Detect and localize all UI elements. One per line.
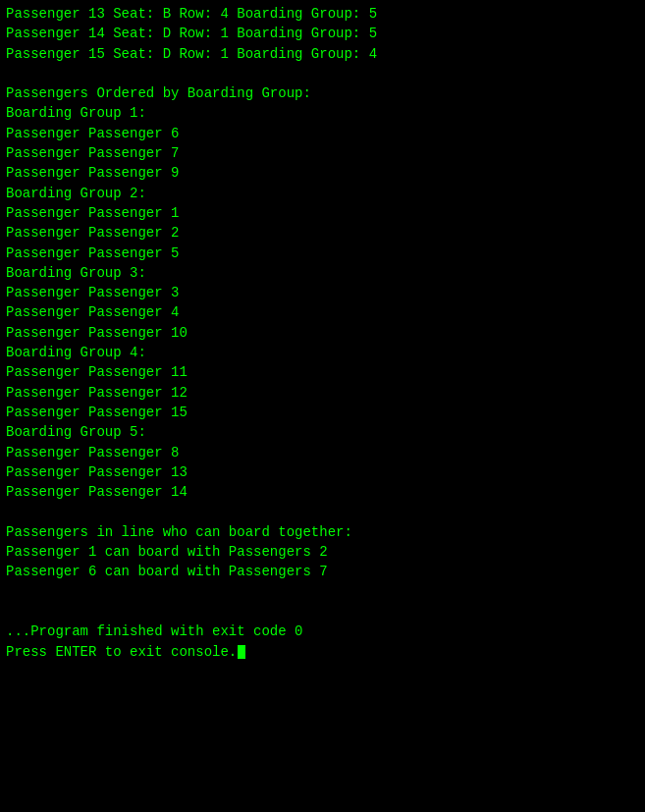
- console-line: Passenger Passenger 6: [6, 124, 639, 143]
- console-line: Passenger Passenger 8: [6, 443, 639, 462]
- console-line: Boarding Group 3:: [6, 263, 639, 283]
- console-line: Boarding Group 4:: [6, 343, 639, 362]
- console-line: Passenger Passenger 14: [6, 482, 639, 502]
- console-line: Passenger Passenger 1: [6, 203, 639, 223]
- console-window: Passenger 13 Seat: B Row: 4 Boarding Gro…: [0, 0, 645, 812]
- console-line: Passenger Passenger 13: [6, 462, 639, 482]
- console-line: Boarding Group 2:: [6, 184, 639, 203]
- console-line: Passengers Ordered by Boarding Group:: [6, 83, 639, 103]
- console-line: Boarding Group 5:: [6, 422, 639, 442]
- console-line: Passenger 13 Seat: B Row: 4 Boarding Gro…: [6, 4, 639, 24]
- console-line: [6, 64, 639, 83]
- console-line: Passenger Passenger 4: [6, 302, 639, 322]
- console-line: Passenger Passenger 15: [6, 403, 639, 422]
- console-line: Passenger Passenger 5: [6, 244, 639, 263]
- console-line: Boarding Group 1:: [6, 103, 639, 123]
- console-line: Passenger Passenger 2: [6, 223, 639, 243]
- console-line: Passenger 14 Seat: D Row: 1 Boarding Gro…: [6, 24, 639, 43]
- console-line: Passenger 6 can board with Passengers 7: [6, 562, 639, 581]
- console-line: Press ENTER to exit console.: [6, 642, 639, 662]
- console-line: [6, 602, 639, 622]
- console-line: ...Program finished with exit code 0: [6, 622, 639, 641]
- console-line: Passenger Passenger 12: [6, 383, 639, 403]
- console-line: Passenger Passenger 10: [6, 323, 639, 343]
- console-line: Passenger 1 can board with Passengers 2: [6, 542, 639, 562]
- console-line: [6, 582, 639, 602]
- console-line: Passenger Passenger 9: [6, 163, 639, 183]
- console-line: Passenger Passenger 3: [6, 283, 639, 302]
- cursor: [238, 645, 245, 659]
- console-line: Passengers in line who can board togethe…: [6, 522, 639, 542]
- console-line: [6, 502, 639, 521]
- console-line: Passenger 15 Seat: D Row: 1 Boarding Gro…: [6, 44, 639, 64]
- console-line: Passenger Passenger 7: [6, 143, 639, 163]
- console-line: Passenger Passenger 11: [6, 362, 639, 382]
